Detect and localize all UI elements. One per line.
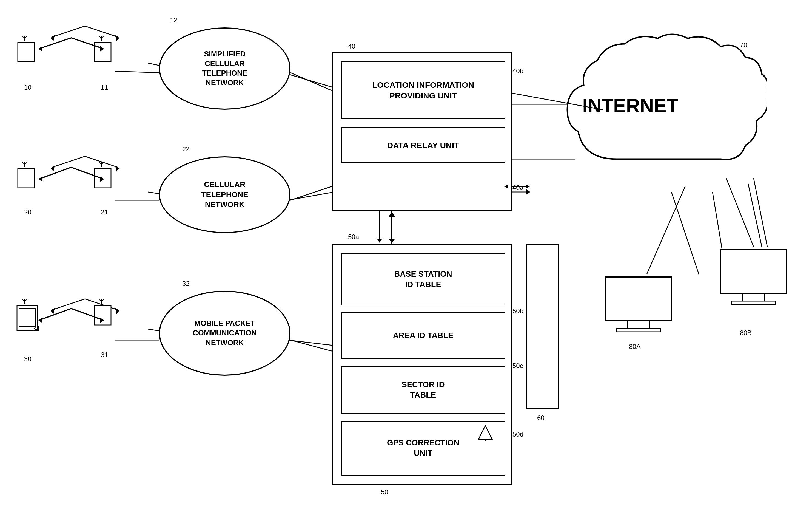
- device-31: [93, 299, 126, 344]
- svg-marker-81: [388, 212, 395, 217]
- sector-id-box: SECTOR ID TABLE: [341, 366, 505, 414]
- label-50a: 50a: [348, 233, 359, 241]
- svg-marker-25: [526, 189, 530, 195]
- device-11: [93, 36, 126, 81]
- svg-line-0: [52, 26, 85, 37]
- device-10-svg: [17, 36, 49, 80]
- label-40: 40: [348, 43, 355, 50]
- device-80B: [718, 247, 800, 325]
- svg-marker-2: [51, 35, 55, 41]
- network-32-label: MOBILE PACKET COMMUNICATION NETWORK: [193, 319, 257, 347]
- device-10: [17, 36, 49, 81]
- base-station-id-box: BASE STATION ID TABLE: [341, 253, 505, 305]
- network-22-label: CELLULAR TELEPHONE NETWORK: [201, 180, 248, 210]
- label-60: 60: [537, 414, 545, 422]
- label-50c: 50c: [513, 362, 523, 370]
- label-21: 21: [101, 209, 108, 216]
- svg-line-17: [288, 340, 334, 346]
- device-80A-svg: [603, 274, 685, 343]
- box-60: [526, 244, 559, 409]
- svg-line-87: [647, 187, 685, 274]
- label-10: 10: [24, 84, 31, 91]
- device-21-svg: [93, 162, 126, 206]
- svg-rect-64: [617, 328, 661, 332]
- svg-line-5: [288, 74, 334, 88]
- box-40: LOCATION INFORMATION PROVIDING UNIT DATA…: [331, 52, 513, 211]
- internet-label: INTERNET: [582, 95, 678, 116]
- svg-rect-62: [606, 277, 671, 321]
- device-21: [93, 162, 126, 207]
- svg-line-26: [671, 192, 699, 274]
- base-station-id-label: BASE STATION ID TABLE: [394, 269, 452, 290]
- device-20-svg: [17, 162, 49, 206]
- device-80A: [603, 274, 685, 344]
- label-22: 22: [182, 145, 190, 153]
- svg-rect-38: [94, 43, 111, 62]
- label-12: 12: [170, 17, 177, 24]
- location-info-box: LOCATION INFORMATION PROVIDING UNIT: [341, 61, 505, 119]
- svg-line-12: [52, 299, 85, 310]
- svg-marker-86: [526, 184, 530, 189]
- label-80B: 80B: [740, 329, 752, 337]
- sector-id-label: SECTOR ID TABLE: [402, 380, 444, 400]
- data-relay-label: DATA RELAY UNIT: [387, 140, 459, 151]
- label-31: 31: [101, 351, 108, 359]
- data-relay-box: DATA RELAY UNIT: [341, 127, 505, 163]
- svg-rect-66: [743, 293, 764, 302]
- label-30: 30: [24, 355, 31, 363]
- svg-marker-20: [377, 239, 382, 243]
- device-11-svg: [93, 36, 126, 80]
- device-80B-svg: [718, 247, 800, 324]
- gps-correction-label: GPS CORRECTION UNIT: [387, 438, 459, 458]
- box-50: BASE STATION ID TABLE AREA ID TABLE SECT…: [331, 244, 513, 485]
- device-30: [17, 299, 52, 349]
- area-id-box: AREA ID TABLE: [341, 312, 505, 359]
- network-12-label: SIMPLIFIED CELLULAR TELEPHONE NETWORK: [202, 49, 247, 88]
- svg-line-11: [288, 192, 334, 200]
- svg-line-6: [52, 156, 85, 167]
- gps-correction-box: GPS CORRECTION UNIT: [341, 421, 505, 476]
- gps-antenna-icon: [477, 424, 494, 441]
- svg-marker-8: [51, 165, 55, 171]
- svg-rect-54: [19, 308, 35, 326]
- network-12: SIMPLIFIED CELLULAR TELEPHONE NETWORK: [159, 27, 290, 110]
- network-32: MOBILE PACKET COMMUNICATION NETWORK: [159, 291, 290, 376]
- svg-rect-65: [721, 249, 786, 293]
- svg-line-71: [290, 73, 331, 90]
- device-31-svg: [93, 299, 126, 343]
- label-40a: 40a: [513, 184, 523, 191]
- svg-marker-60: [478, 426, 492, 439]
- label-50b: 50b: [513, 307, 523, 315]
- svg-rect-43: [18, 169, 34, 188]
- svg-rect-59: [94, 306, 111, 325]
- svg-rect-67: [732, 301, 776, 304]
- label-50d: 50d: [513, 431, 523, 438]
- svg-rect-63: [628, 321, 649, 329]
- label-80A: 80A: [629, 343, 641, 350]
- label-50: 50: [381, 488, 388, 496]
- svg-line-79: [290, 340, 331, 351]
- label-40b: 40b: [513, 67, 523, 75]
- label-20: 20: [24, 209, 31, 216]
- svg-rect-48: [94, 169, 111, 188]
- label-11: 11: [101, 84, 108, 91]
- network-22: CELLULAR TELEPHONE NETWORK: [159, 156, 290, 233]
- device-30-svg: [17, 299, 52, 348]
- device-20: [17, 162, 49, 207]
- svg-line-1: [85, 26, 118, 37]
- svg-line-89: [748, 184, 762, 247]
- label-32: 32: [182, 280, 190, 288]
- diagram: 10 11 12 SIMPLIFIED CELLULAR TELEPHONE N…: [0, 0, 812, 512]
- svg-line-75: [290, 187, 331, 200]
- label-34: 34: [32, 325, 40, 333]
- area-id-label: AREA ID TABLE: [393, 330, 454, 341]
- svg-marker-82: [388, 239, 395, 243]
- location-info-label: LOCATION INFORMATION PROVIDING UNIT: [372, 80, 474, 101]
- internet-cloud: INTERNET: [562, 27, 767, 192]
- svg-rect-33: [18, 43, 34, 62]
